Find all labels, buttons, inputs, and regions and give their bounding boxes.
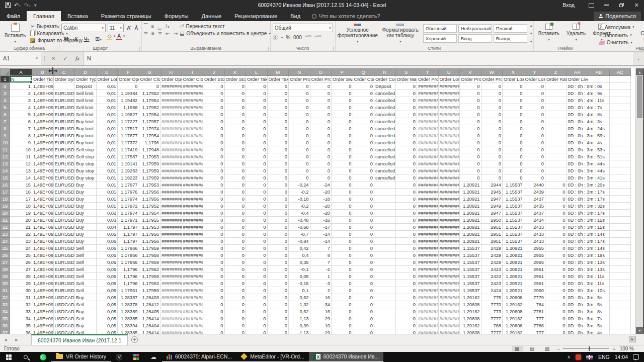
cell-D10[interactable]: Buy limit <box>75 139 97 146</box>
cell-Q31[interactable]: 0 <box>353 287 374 294</box>
cell-M26[interactable]: 0 <box>267 252 289 259</box>
cell-H13[interactable]: ######## <box>160 160 182 167</box>
cell-M25[interactable]: 0 <box>267 245 289 252</box>
cell-I30[interactable]: ######## <box>182 280 203 287</box>
cell-Z35[interactable]: 0 <box>545 315 567 322</box>
cell-AC20[interactable] <box>609 210 631 217</box>
cell-V21[interactable]: 1,20921 <box>460 217 481 224</box>
cell-Z9[interactable] <box>545 132 567 139</box>
taskbar-excel-button[interactable]: X 60024370 Иванов Ив... <box>309 352 384 362</box>
cell-X22[interactable]: 1,15537 <box>503 224 524 231</box>
cell-S18[interactable]: 0 <box>395 196 417 203</box>
cell-AA34[interactable]: 0D : 0h : 3m : 8s <box>567 308 588 315</box>
share-button[interactable]: Поделиться <box>594 12 641 21</box>
row-header-26[interactable]: 26 <box>1 252 10 259</box>
cell-N37[interactable]: -1,13 <box>289 329 310 334</box>
cell-T9[interactable]: ######## <box>417 132 439 139</box>
cell-H15[interactable]: ######## <box>160 174 182 182</box>
cell-U14[interactable]: ######## <box>438 167 460 174</box>
cell-F13[interactable]: 1,19141 <box>118 160 139 167</box>
cell-G1[interactable]: Order Clo <box>139 76 160 83</box>
cell-W34[interactable]: 773 <box>481 308 503 315</box>
cell-D32[interactable]: Buy <box>75 294 97 301</box>
cell-R17[interactable] <box>374 189 396 196</box>
column-header-A[interactable]: A <box>10 69 32 76</box>
cell-I24[interactable]: ######## <box>182 238 203 245</box>
cell-O33[interactable]: -34 <box>310 301 332 308</box>
cell-R15[interactable]: cancelled <box>374 174 396 182</box>
cell-Q24[interactable]: 0 <box>353 238 374 245</box>
cell-I32[interactable]: ######## <box>182 294 203 301</box>
cell-Y34[interactable]: 7781 <box>524 308 545 315</box>
cell-O29[interactable]: 1 <box>310 273 332 280</box>
cell-Z16[interactable]: 0 <box>545 182 567 189</box>
cell-Y17[interactable]: 2439 <box>524 189 545 196</box>
cell-R29[interactable] <box>374 273 396 280</box>
cell-I9[interactable]: ######## <box>182 132 203 139</box>
cell-R12[interactable]: cancelled <box>374 153 396 160</box>
cell-E6[interactable]: 0,01 <box>96 111 118 118</box>
cell-Z34[interactable]: 0 <box>545 308 567 315</box>
cell-P3[interactable]: 0 <box>332 90 353 97</box>
cell-G16[interactable]: 1,17953 <box>139 182 160 189</box>
cell-W31[interactable]: 2424 <box>481 287 503 294</box>
cell-D33[interactable]: Sell <box>75 301 97 308</box>
cell-D15[interactable]: Buy stop <box>75 174 97 182</box>
cell-C22[interactable]: EURUSD <box>53 224 75 231</box>
cell-X33[interactable]: 1,29162 <box>503 301 524 308</box>
cell-R19[interactable] <box>374 203 396 210</box>
cell-P18[interactable]: 0 <box>332 196 353 203</box>
cell-F23[interactable]: 1,1797 <box>118 231 139 238</box>
cell-O26[interactable]: 8 <box>310 252 332 259</box>
taskbar-folder-button[interactable]: VR Order History <box>51 352 111 362</box>
select-all-corner[interactable] <box>1 69 10 76</box>
cell-AA12[interactable]: 0D : 0h : 3m : 51s <box>567 153 588 160</box>
cell-AC22[interactable] <box>609 224 631 231</box>
cell-N7[interactable]: 0 <box>289 118 310 125</box>
cell-S5[interactable]: 0 <box>395 104 417 111</box>
cell-O8[interactable]: 0 <box>310 125 332 132</box>
cell-L24[interactable]: 0 <box>246 238 268 245</box>
cell-F1[interactable]: Order Ope <box>118 76 139 83</box>
align-middle-icon[interactable]: ≡ <box>151 24 154 29</box>
align-top-icon[interactable]: ▔ <box>144 24 148 29</box>
cell-AA32[interactable]: 0D : 0h : 3m : 5s <box>567 294 588 301</box>
cell-G20[interactable]: 1,17954 <box>139 210 160 217</box>
cell-T31[interactable]: ######## <box>417 287 439 294</box>
cell-R13[interactable]: cancelled <box>374 160 396 167</box>
cell-K11[interactable]: 0 <box>224 146 246 153</box>
cell-N3[interactable]: 0 <box>289 90 310 97</box>
cell-Q4[interactable]: 0 <box>353 97 374 104</box>
cell-V34[interactable]: 1,29162 <box>460 308 481 315</box>
cell-O5[interactable]: 0 <box>310 104 332 111</box>
cell-L9[interactable]: 0 <box>246 132 268 139</box>
cell-W6[interactable]: 0 <box>481 111 503 118</box>
cell-N4[interactable]: 0 <box>289 97 310 104</box>
cell-P22[interactable]: 0 <box>332 224 353 231</box>
cell-B30[interactable]: 1,49E+09 <box>32 280 54 287</box>
paste-button[interactable]: Вставить▾ <box>2 23 28 45</box>
cell-K19[interactable]: 0 <box>224 203 246 210</box>
cell-J5[interactable]: 0 <box>203 104 225 111</box>
cell-Q23[interactable]: 0 <box>353 231 374 238</box>
cell-T3[interactable]: ######## <box>417 90 439 97</box>
cell-W26[interactable]: 2429 <box>481 252 503 259</box>
cell-J21[interactable]: 0 <box>203 217 225 224</box>
cell-J6[interactable]: 0 <box>203 111 225 118</box>
cell-AA18[interactable]: 0D : 0h : 3m : 17s <box>567 196 588 203</box>
cell-L31[interactable]: 0 <box>246 287 268 294</box>
cell-I22[interactable]: ######## <box>182 224 203 231</box>
minimize-button[interactable] <box>599 0 614 10</box>
cell-AA17[interactable]: 0D : 0h : 3m : 17s <box>567 189 588 196</box>
cell-U15[interactable]: ######## <box>438 174 460 182</box>
cell-I14[interactable]: ######## <box>182 167 203 174</box>
tab-home[interactable]: Главная <box>27 11 61 21</box>
cell-A26[interactable]: 25 <box>10 252 32 259</box>
cell-A13[interactable]: 12 <box>10 160 32 167</box>
cell-AC19[interactable] <box>609 203 631 210</box>
percent-style-button[interactable]: % <box>286 35 290 40</box>
cell-V36[interactable]: 1,29162 <box>460 322 481 329</box>
cell-Q15[interactable]: 0 <box>353 174 374 182</box>
cell-N28[interactable]: -0,1 <box>289 266 310 273</box>
comma-style-button[interactable]: 000 <box>293 35 302 40</box>
